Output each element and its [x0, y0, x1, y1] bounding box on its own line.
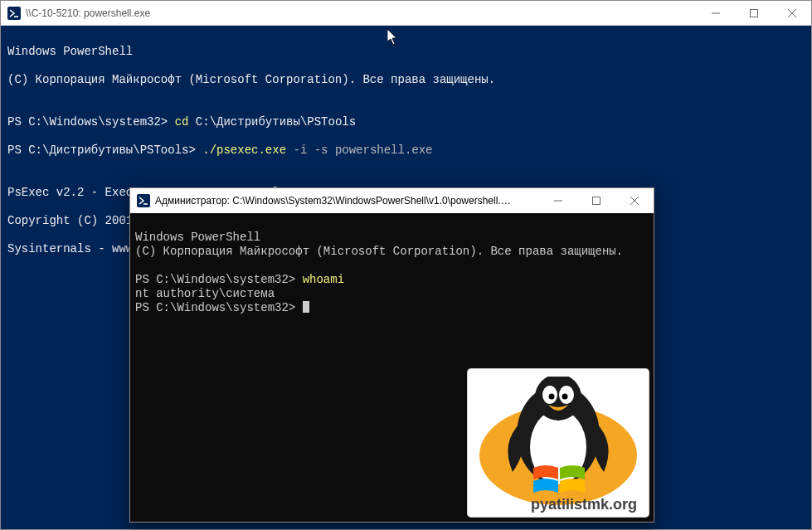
prompt-text: PS C:\Windows\system32>: [135, 301, 303, 314]
minimize-icon: [712, 9, 720, 17]
svg-rect-1: [751, 9, 758, 17]
watermark-logo: pyatilistmk.org: [468, 369, 649, 517]
command-text: ./psexec.exe: [202, 143, 286, 157]
outer-close-button[interactable]: [773, 1, 811, 26]
outer-term-line: PS C:\Дистрибутивы\PSTools> ./psexec.exe…: [7, 143, 805, 158]
outer-maximize-button[interactable]: [735, 1, 773, 26]
maximize-icon: [592, 197, 600, 205]
inner-term-line: PS C:\Windows\system32>: [135, 301, 309, 314]
outer-term-line: PS C:\Windows\system32> cd C:\Дистрибути…: [7, 115, 805, 129]
inner-term-line: Windows PowerShell: [135, 231, 260, 244]
svg-point-11: [562, 394, 568, 400]
prompt-text: PS C:\Windows\system32>: [135, 273, 303, 286]
prompt-text: PS C:\Windows\system32>: [7, 115, 175, 129]
ps-icon: [7, 7, 21, 20]
svg-point-10: [549, 394, 555, 400]
outer-title-text: \\C-10-5210: powershell.exe: [26, 7, 150, 19]
inner-close-button[interactable]: [615, 188, 654, 213]
inner-terminal[interactable]: Windows PowerShell (C) Корпорация Майкро…: [130, 213, 654, 522]
inner-powershell-window: Администратор: C:\Windows\System32\Windo…: [129, 187, 654, 523]
cursor-block: [303, 301, 309, 313]
close-icon: [630, 197, 639, 205]
watermark-text: pyatilistmk.org: [531, 498, 637, 512]
outer-titlebar[interactable]: \\C-10-5210: powershell.exe: [1, 1, 811, 26]
command-text: cd: [175, 115, 189, 129]
outer-minimize-button[interactable]: [697, 1, 735, 26]
inner-term-line: (C) Корпорация Майкрософт (Microsoft Cor…: [135, 245, 623, 258]
outer-term-line: (C) Корпорация Майкрософт (Microsoft Cor…: [7, 73, 805, 87]
inner-title-text: Администратор: C:\Windows\System32\Windo…: [155, 195, 512, 207]
inner-term-line: nt authority\система: [135, 287, 275, 300]
close-icon: [788, 9, 796, 17]
inner-titlebar[interactable]: Администратор: C:\Windows\System32\Windo…: [130, 188, 654, 213]
command-arg: -i -s: [286, 143, 328, 157]
minimize-icon: [554, 197, 562, 205]
outer-term-line: Windows PowerShell: [7, 45, 805, 59]
ps-icon: [137, 194, 150, 207]
command-arg: powershell.exe: [328, 143, 433, 157]
prompt-text: PS C:\Дистрибутивы\PSTools>: [7, 143, 202, 157]
outer-powershell-window: \\C-10-5210: powershell.exe Windows Powe…: [0, 0, 812, 530]
inner-maximize-button[interactable]: [577, 188, 615, 213]
command-arg: C:\Дистрибутивы\PSTools: [188, 115, 356, 129]
maximize-icon: [750, 9, 758, 17]
penguin-icon: [475, 377, 641, 509]
command-text: whoami: [303, 273, 344, 286]
inner-minimize-button[interactable]: [539, 188, 577, 213]
inner-term-line: PS C:\Windows\system32> whoami: [135, 273, 344, 286]
svg-rect-3: [593, 197, 600, 205]
